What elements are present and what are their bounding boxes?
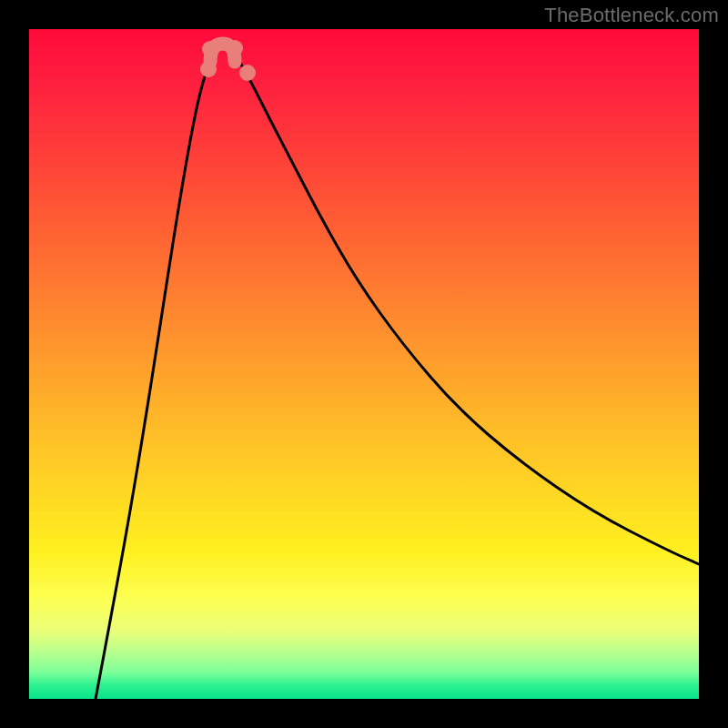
curve-svg xyxy=(29,29,699,699)
marker-dot-2 xyxy=(227,40,243,56)
chart-frame: TheBottleneck.com xyxy=(0,0,728,728)
curve-markers xyxy=(200,40,256,81)
marker-dot-3 xyxy=(239,65,256,81)
bottleneck-curve-path xyxy=(96,45,699,699)
marker-dot-0 xyxy=(200,61,217,77)
marker-dot-1 xyxy=(202,41,218,57)
plot-area xyxy=(29,29,699,699)
watermark-text: TheBottleneck.com xyxy=(544,4,719,27)
